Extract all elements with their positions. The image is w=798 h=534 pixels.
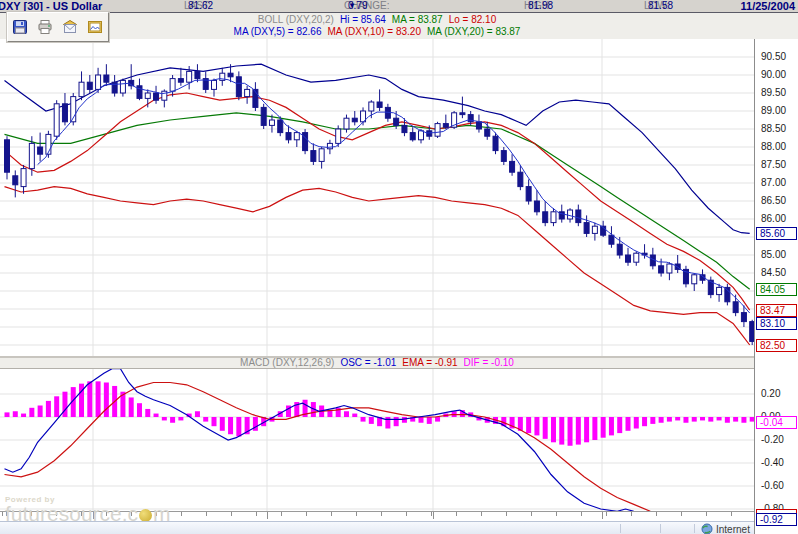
email-button[interactable] <box>61 17 81 37</box>
candle <box>634 253 639 262</box>
candle <box>543 212 548 223</box>
candle <box>96 75 101 89</box>
macd-histogram-bar <box>29 408 34 417</box>
macd-histogram-bar <box>178 417 183 420</box>
last-value: 81.62 <box>188 0 213 12</box>
bollinger-header: BOLL (DXY,20,2)Hi = 85.64MA = 83.87Lo = … <box>0 14 754 26</box>
price-chart-canvas <box>0 39 754 356</box>
candle <box>394 118 399 125</box>
axis-tick-label: 86.50 <box>761 196 786 206</box>
macd-histogram-bar <box>203 417 208 422</box>
candle <box>228 73 233 77</box>
macd-histogram-bar <box>741 417 746 423</box>
macd-histogram-bar <box>526 417 531 433</box>
macd-histogram-bar <box>154 414 159 417</box>
candle <box>79 82 84 96</box>
axis-tick-label: 87.50 <box>761 160 786 170</box>
quote-date: 11/25/2004 <box>741 0 795 12</box>
macd-histogram-bar <box>568 417 573 446</box>
macd-histogram-bar <box>352 414 357 417</box>
axis-tick-label: -0.40 <box>761 458 784 468</box>
candle <box>87 82 92 89</box>
macd-histogram-bar <box>129 397 134 417</box>
macd-osc-value: OSC = -1.01 <box>340 357 396 368</box>
macd-histogram-bar <box>717 417 722 420</box>
high-value: 81.98 <box>528 0 553 12</box>
candle <box>286 133 291 140</box>
status-zone[interactable]: Internet <box>701 523 750 534</box>
candle <box>460 113 465 115</box>
candle <box>493 136 498 150</box>
axis-value-box: 85.60 <box>756 227 797 240</box>
status-bar: Internet <box>0 521 798 534</box>
moving-averages-header: MA (DXY,5) = 82.66MA (DXY,10) = 83.20MA … <box>0 26 754 38</box>
macd-histogram-bar <box>87 381 92 417</box>
macd-histogram-bar <box>626 417 631 431</box>
print-icon <box>37 19 53 35</box>
macd-histogram-bar <box>427 417 432 424</box>
macd-histogram-bar <box>104 383 109 418</box>
export-image-button[interactable] <box>86 17 106 37</box>
ma20-value: MA (DXY,20) = 83.87 <box>427 26 520 37</box>
axis-tick-label: 85.00 <box>761 250 786 260</box>
candle <box>62 104 67 122</box>
candle <box>154 93 159 100</box>
candle <box>344 118 349 129</box>
candle <box>269 120 274 125</box>
axis-tick-label: 86.00 <box>761 214 786 224</box>
candle <box>120 80 125 93</box>
axis-value-box: 82.50 <box>756 339 797 352</box>
macd-histogram-bar <box>692 417 697 422</box>
candle <box>584 223 589 234</box>
macd-histogram-bar <box>419 417 424 423</box>
low-value: 81.58 <box>648 0 673 12</box>
candle <box>427 131 432 136</box>
macd-histogram-bar <box>195 411 200 417</box>
macd-chart-canvas <box>0 369 754 511</box>
candle <box>21 169 26 187</box>
boll-name: BOLL (DXY,20,2) <box>258 14 334 25</box>
macd-histogram-bar <box>609 417 614 435</box>
candle <box>38 147 43 154</box>
candle <box>659 266 664 273</box>
price-chart-panel[interactable] <box>0 39 754 356</box>
candle <box>518 172 523 186</box>
macd-histogram-bar <box>46 401 51 417</box>
candle <box>336 129 341 143</box>
macd-chart-panel[interactable] <box>0 369 754 511</box>
macd-histogram-bar <box>38 406 43 418</box>
candle <box>13 176 18 185</box>
macd-histogram-bar <box>601 417 606 438</box>
watermark: Powered by futuresource.cm <box>5 495 171 523</box>
print-button[interactable] <box>36 17 56 37</box>
axis-value-box: 83.10 <box>756 317 797 330</box>
candle <box>5 140 10 172</box>
ma10-value: MA (DXY,10) = 83.20 <box>327 26 420 37</box>
candle <box>195 71 200 78</box>
axis-tick-label: 84.50 <box>761 268 786 278</box>
save-button[interactable] <box>11 17 31 37</box>
candle <box>278 120 283 133</box>
candle <box>187 71 192 82</box>
macd-histogram-bar <box>683 417 688 423</box>
candle <box>568 210 573 219</box>
candle <box>692 275 697 284</box>
candle <box>261 107 266 125</box>
symbol-title: DXY [30] - US Dollar <box>0 0 102 12</box>
candle <box>327 143 332 148</box>
email-icon <box>62 19 78 35</box>
candle <box>352 118 357 122</box>
candle <box>592 226 597 233</box>
candle <box>178 79 183 83</box>
candle <box>54 104 59 136</box>
candle <box>245 89 250 96</box>
macd-histogram-bar <box>534 417 539 435</box>
change-value: 0.79 <box>348 0 367 12</box>
axis-tick-label: 90.50 <box>761 52 786 62</box>
ma10-line <box>5 93 750 310</box>
boll-ma-value: MA = 83.87 <box>392 14 443 25</box>
quote-bar: DXY [30] - US Dollar LAST:81.62 CHANGE:▼… <box>0 0 798 13</box>
macd-histogram-bar <box>435 417 440 422</box>
candle <box>733 302 738 313</box>
macd-histogram-bar <box>344 411 349 417</box>
